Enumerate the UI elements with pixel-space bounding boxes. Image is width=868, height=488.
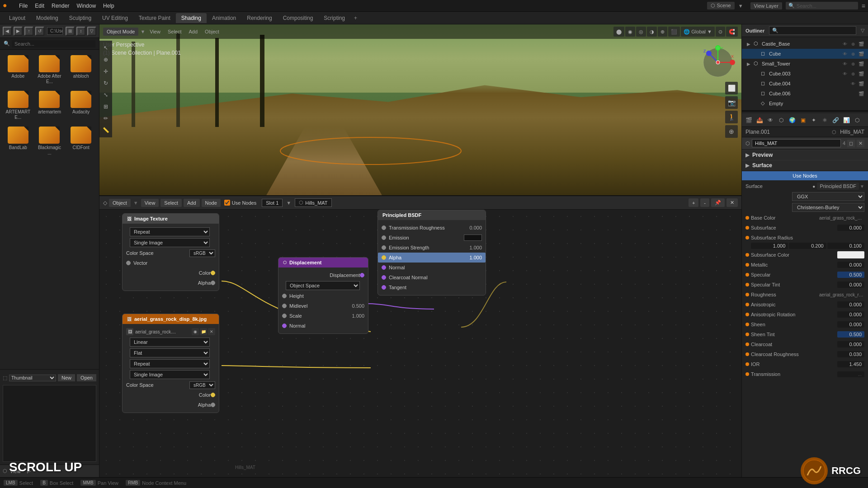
preview-section-header[interactable]: ▶ Preview [742, 150, 868, 160]
view-zoom-btn[interactable]: ⊕ [725, 125, 738, 138]
nav-forward-button[interactable]: ▶ [14, 27, 23, 36]
walk-mode-btn[interactable]: 🚶 [725, 111, 738, 123]
outliner-filter-btn[interactable]: ▽ [861, 28, 864, 33]
prop-physics-tab[interactable]: ⚛ [820, 115, 830, 125]
prop-output-tab[interactable]: 📤 [755, 115, 764, 125]
menu-window[interactable]: Window [73, 2, 99, 10]
object-mode-button[interactable]: Object Mode [103, 28, 138, 36]
sheen-tint-value[interactable]: 0.500 [837, 331, 864, 338]
view-mode-select[interactable]: Thumbnail [9, 375, 56, 381]
menu-file[interactable]: File [15, 2, 31, 10]
prop-view-tab[interactable]: 👁 [765, 115, 775, 125]
tab-layout[interactable]: Layout [4, 13, 31, 23]
outliner-search[interactable]: 🔍 [769, 26, 856, 35]
c003-hide-btn[interactable]: 👁 [842, 70, 848, 77]
flat-select[interactable]: Flat [130, 348, 210, 357]
expand-castle-base[interactable]: ▶ [745, 41, 752, 47]
c004-render-btn[interactable]: 🎬 [858, 80, 864, 87]
prop-scene-tab[interactable]: ⬡ [776, 115, 786, 125]
transform-tool[interactable]: ⊞ [100, 101, 111, 112]
tab-shading[interactable]: Shading [176, 13, 207, 23]
tab-uv-editing[interactable]: UV Editing [97, 13, 133, 23]
use-nodes-toggle[interactable]: Use Nodes [224, 200, 256, 206]
anisotropic-value[interactable]: 0.000 [837, 301, 864, 308]
multiscatter-select[interactable]: Christensen-Burley [792, 203, 864, 212]
filter-button[interactable]: ▽ [87, 27, 96, 36]
tab-compositing[interactable]: Compositing [278, 13, 319, 23]
sidebar-search-input[interactable] [12, 40, 95, 47]
st-render-btn[interactable]: 🎬 [858, 61, 864, 67]
viewport-object-btn[interactable]: Object [202, 28, 222, 36]
subsurface-g[interactable]: 0.200 [789, 243, 826, 249]
viewport-gizmo-btn[interactable]: ⊕ [658, 27, 667, 37]
tab-texture-paint[interactable]: Texture Paint [133, 13, 176, 23]
prop-material-tab[interactable]: ⬡ [852, 115, 862, 125]
view-toggle-button[interactable]: ⊞ [66, 27, 75, 36]
viewport-prop-btn[interactable]: ⬛ [668, 27, 680, 37]
navigation-gizmo[interactable]: X Y Z [700, 44, 736, 80]
measure-tool[interactable]: 📏 [100, 125, 111, 136]
hide-btn[interactable]: 👁 [842, 41, 848, 47]
cube-render-btn[interactable]: 🎬 [858, 51, 864, 57]
node-node-btn[interactable]: Node [202, 199, 221, 207]
linear-select[interactable]: Linear [130, 338, 210, 347]
move-tool[interactable]: ✛ [100, 66, 111, 77]
viewport-overlays-btn[interactable]: ◑ [647, 27, 657, 37]
node-add-btn[interactable]: Add [184, 199, 200, 207]
material-selector[interactable]: ⬡ Hills_MAT [295, 198, 331, 207]
prop-constraints-tab[interactable]: 🔗 [830, 115, 840, 125]
c003-disable-btn[interactable]: ⊕ [850, 70, 856, 77]
menu-render[interactable]: Render [48, 2, 73, 10]
st-hide-btn[interactable]: 👁 [842, 61, 848, 67]
subsurface-r[interactable]: 1.000 [751, 243, 788, 249]
transmission-value[interactable]: ... [837, 371, 864, 377]
prop-particles-tab[interactable]: ✦ [809, 115, 819, 125]
tab-scripting[interactable]: Scripting [318, 13, 350, 23]
img-unlink-icon[interactable]: ✕ [208, 328, 215, 335]
outliner-cube004[interactable]: ◻ Cube.004 👁 🎬 [742, 79, 868, 89]
img-browse-icon[interactable]: ◉ [192, 328, 199, 335]
menu-edit[interactable]: Edit [31, 2, 48, 10]
emission-color-swatch[interactable] [464, 235, 482, 241]
outliner-empty[interactable]: ◇ Empty [742, 99, 868, 108]
color-space-select2[interactable]: sRGB [189, 381, 215, 389]
img-open-icon[interactable]: 📁 [200, 328, 207, 335]
specular-tint-value[interactable]: 0.000 [837, 282, 864, 288]
render-btn[interactable]: 🎬 [858, 41, 864, 47]
snap-btn[interactable]: 🧲 [726, 27, 738, 37]
prop-data-tab[interactable]: 📊 [841, 115, 851, 125]
prop-render-tab[interactable]: 🎬 [744, 115, 754, 125]
node-zoom-in-btn[interactable]: + [689, 198, 698, 207]
slot-selector[interactable]: Slot 1 [262, 199, 283, 207]
folder-audacity[interactable]: Audacity [66, 89, 95, 122]
single-image-select[interactable]: Single Image [130, 238, 210, 247]
nav-reload-button[interactable]: ↺ [35, 27, 44, 36]
outliner-cube[interactable]: ◻ Cube 👁 ⊕ 🎬 [742, 49, 868, 59]
global-transform-btn[interactable]: 🌐 Global ▼ [681, 27, 715, 37]
anisotropic-rotation-value[interactable]: 0.000 [837, 311, 864, 318]
open-button[interactable]: Open [77, 374, 96, 381]
viewport-select-btn[interactable]: Select [165, 28, 184, 36]
tab-animation[interactable]: Animation [207, 13, 241, 23]
tab-sculpting[interactable]: Sculpting [64, 13, 97, 23]
outliner-castle-base[interactable]: ▶ ⬡ Castle_Base 👁 ⊕ 🎬 [742, 39, 868, 49]
metallic-value[interactable]: 0.000 [837, 262, 864, 268]
st-disable-btn[interactable]: ⊕ [850, 61, 856, 67]
node-select-btn[interactable]: Select [160, 199, 182, 207]
disable-btn[interactable]: ⊕ [850, 41, 856, 47]
node-pin-btn[interactable]: 📌 [711, 198, 725, 207]
node-canvas[interactable]: 🖼 Image Texture Repeat Single Image [99, 210, 741, 488]
annotate-tool[interactable]: ✏ [100, 113, 111, 124]
prop-world-tab[interactable]: 🌍 [787, 115, 797, 125]
repeat-select2[interactable]: Repeat [130, 359, 210, 368]
alpha-row[interactable]: Alpha 1.000 [378, 253, 486, 263]
folder-bandlab[interactable]: BandLab [4, 125, 33, 158]
subsurface-b[interactable]: 0.100 [827, 243, 864, 249]
new-button[interactable]: New [58, 374, 75, 381]
viewport-shading-material[interactable]: ◉ [625, 27, 635, 37]
cube-hide-btn[interactable]: 👁 [842, 51, 848, 57]
expand-small-tower[interactable]: ▶ [745, 61, 752, 67]
add-workspace-button[interactable]: + [350, 13, 361, 23]
space-select[interactable]: Object Space [286, 281, 360, 290]
view-camera-btn[interactable]: 📷 [725, 96, 738, 109]
